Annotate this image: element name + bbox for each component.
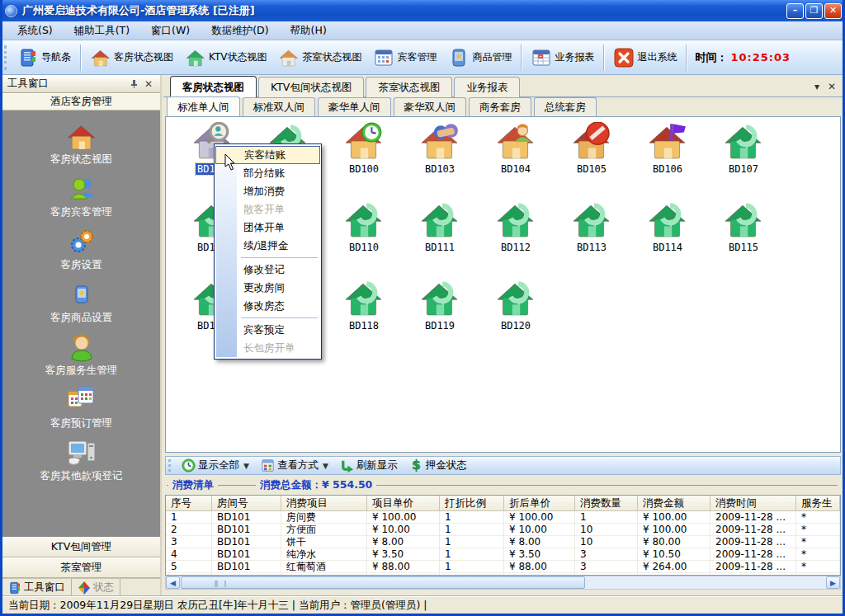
table-cell: ¥ 100.00 <box>638 524 710 536</box>
context-menu-item-团体开单[interactable]: 团体开单 <box>215 219 320 237</box>
toolbar-button-exit[interactable]: 退出系统 <box>607 45 682 70</box>
sidebar-item[interactable]: 客房服务生管理 <box>45 332 118 378</box>
horizontal-scrollbar[interactable]: ◀ ▶ <box>165 576 841 590</box>
room-BD118[interactable]: BD118 <box>328 279 400 332</box>
scrollbar-track[interactable] <box>586 576 826 589</box>
table-header-cell[interactable]: 消费时间 <box>710 496 796 510</box>
menu-item-1[interactable]: 系统(S) <box>7 24 64 38</box>
context-menu-item-续/退押金[interactable]: 续/退押金 <box>215 237 320 255</box>
scrollbar-thumb[interactable] <box>181 576 585 589</box>
room-type-tab-标准单人间[interactable]: 标准单人间 <box>167 96 240 116</box>
menu-item-2[interactable]: 辅助工具(T) <box>64 24 140 38</box>
table-header-cell[interactable]: 消费项目 <box>281 496 367 510</box>
tab-茶室状态视图[interactable]: 茶室状态视图 <box>366 77 452 97</box>
view-toolbar-button-clock[interactable]: 显示全部▼ <box>176 458 255 473</box>
toolbar-button-navigator-book[interactable]: 导航条 <box>12 45 77 70</box>
room-BD100[interactable]: BD100 <box>328 122 400 175</box>
toolbar-button-goods-device[interactable]: 商品管理 <box>442 45 517 70</box>
room-house-refresh-icon <box>724 200 763 238</box>
context-menu-item-更改房间[interactable]: 更改房间 <box>215 279 320 297</box>
view-toolbar-button-refresh-arrow[interactable]: 刷新显示 <box>334 458 404 473</box>
toolbar-button-label: 宾客管理 <box>397 50 437 64</box>
room-type-tab-商务套房[interactable]: 商务套房 <box>469 97 531 116</box>
maximize-button[interactable]: ❐ <box>805 3 823 19</box>
sidebar-item[interactable]: 客房其他款项登记 <box>40 438 123 483</box>
close-button[interactable]: ✕ <box>824 3 842 19</box>
room-BD107[interactable]: BD107 <box>707 122 780 175</box>
tab-KTV包间状态视图[interactable]: KTV包间状态视图 <box>258 77 364 97</box>
toolbar-button-report-calendar[interactable]: 业务报表 <box>525 45 600 70</box>
table-row[interactable]: 4BD101纯净水¥ 3.501¥ 3.503¥ 10.502009-11-28… <box>166 548 840 561</box>
table-cell: * <box>796 511 840 524</box>
footer-tab-inactive[interactable]: 状态 <box>72 579 120 596</box>
waiter-person-icon <box>67 332 97 362</box>
room-type-tab-豪华双人间[interactable]: 豪华双人间 <box>394 97 467 116</box>
close-panel-icon[interactable]: ✕ <box>142 78 155 90</box>
toolbar-button-tea-house[interactable]: 茶室状态视图 <box>272 45 367 70</box>
sidebar-item[interactable]: 客房设置 <box>61 227 102 272</box>
tab-业务报表[interactable]: 业务报表 <box>454 77 520 97</box>
view-toolbar-button-view-mode[interactable]: 查看方式▼ <box>255 458 334 473</box>
table-header-cell[interactable]: 折后单价 <box>504 496 575 510</box>
room-BD103[interactable]: BD103 <box>404 122 476 175</box>
sidebar-section-bar-2[interactable]: 茶室管理 <box>2 557 160 578</box>
chevron-down-icon[interactable]: ▾ <box>814 81 819 92</box>
context-menu-item-修改登记[interactable]: 修改登记 <box>215 261 320 279</box>
table-header-cell[interactable]: 服务生 <box>796 496 840 510</box>
sidebar-section-bar-1[interactable]: KTV包间管理 <box>2 537 160 557</box>
toolbar-grip[interactable] <box>4 45 7 70</box>
scroll-right-icon[interactable]: ▶ <box>826 576 840 589</box>
room-type-tab-豪华单人间[interactable]: 豪华单人间 <box>318 97 391 116</box>
context-menu-item-修改房态[interactable]: 修改房态 <box>215 297 320 315</box>
table-header-cell[interactable]: 序号 <box>166 496 212 510</box>
room-type-tab-标准双人间[interactable]: 标准双人间 <box>243 97 316 116</box>
room-BD111[interactable]: BD111 <box>404 200 476 253</box>
table-header-cell[interactable]: 消费金额 <box>638 496 710 510</box>
table-row[interactable]: 3BD101饼干¥ 8.001¥ 8.0010¥ 80.002009-11-28… <box>166 536 840 548</box>
sidebar-section-header[interactable]: 酒店客房管理 <box>2 93 160 111</box>
menu-item-4[interactable]: 数据维护(D) <box>201 24 279 38</box>
table-header-cell[interactable]: 项目单价 <box>367 496 440 510</box>
context-menu-item-增加消费[interactable]: 增加消费 <box>215 182 320 200</box>
toolbar-button-guest-calendar[interactable]: 宾客管理 <box>367 45 442 70</box>
view-toolbar-button-deposit-dollar[interactable]: $押金状态 <box>404 458 473 473</box>
toolbar-button-room-status-house[interactable]: 客房状态视图 <box>84 45 179 70</box>
tab-客房状态视图[interactable]: 客房状态视图 <box>170 76 257 97</box>
room-BD106[interactable]: BD106 <box>631 122 704 175</box>
room-BD105[interactable]: BD105 <box>555 122 628 175</box>
context-menu-item-宾客预定[interactable]: 宾客预定 <box>215 321 320 339</box>
close-tab-icon[interactable]: ✕ <box>828 81 836 92</box>
sidebar-item[interactable]: 客房宾客管理 <box>50 174 112 219</box>
menu-item-5[interactable]: 帮助(H) <box>280 24 338 38</box>
view-toolbar-grip[interactable] <box>168 459 172 472</box>
room-BD112[interactable]: BD112 <box>479 200 552 253</box>
room-BD104[interactable]: BD104 <box>479 122 552 175</box>
minimize-button[interactable]: – <box>786 3 804 19</box>
sidebar-item-label: 客房商品设置 <box>50 311 112 325</box>
table-header-cell[interactable]: 房间号 <box>212 496 281 510</box>
table-header-cell[interactable]: 消费数量 <box>575 496 638 510</box>
room-BD119[interactable]: BD119 <box>404 279 476 332</box>
room-label: BD114 <box>631 242 704 253</box>
room-BD120[interactable]: BD120 <box>479 279 552 332</box>
room-BD113[interactable]: BD113 <box>555 200 628 253</box>
footer-tab-active[interactable]: 工具窗口 <box>2 579 72 596</box>
chevron-down-icon[interactable]: ▼ <box>243 462 249 470</box>
room-BD110[interactable]: BD110 <box>328 200 400 253</box>
table-header-cell[interactable]: 打折比例 <box>440 496 504 510</box>
sidebar-item[interactable]: 客房商品设置 <box>50 280 112 325</box>
table-row[interactable]: 5BD101红葡萄酒¥ 88.001¥ 88.003¥ 264.002009-1… <box>166 561 840 573</box>
menu-item-3[interactable]: 窗口(W) <box>140 24 201 38</box>
toolbar-button-label: KTV状态视图 <box>209 50 267 64</box>
table-row[interactable]: 1BD101房间费¥ 100.001¥ 100.001¥ 100.002009-… <box>166 511 840 524</box>
pin-icon[interactable] <box>129 79 142 89</box>
sidebar-item[interactable]: 客房状态视图 <box>50 121 112 167</box>
room-BD114[interactable]: BD114 <box>631 200 704 253</box>
toolbar-button-ktv-house[interactable]: KTV状态视图 <box>179 45 272 70</box>
table-row[interactable]: 2BD101方便面¥ 10.001¥ 10.0010¥ 100.002009-1… <box>166 524 840 536</box>
sidebar-item[interactable]: 客房预订管理 <box>50 385 112 430</box>
scroll-left-icon[interactable]: ◀ <box>166 576 180 589</box>
chevron-down-icon[interactable]: ▼ <box>323 462 328 470</box>
room-BD115[interactable]: BD115 <box>707 200 780 253</box>
room-type-tab-总统套房[interactable]: 总统套房 <box>534 97 597 116</box>
